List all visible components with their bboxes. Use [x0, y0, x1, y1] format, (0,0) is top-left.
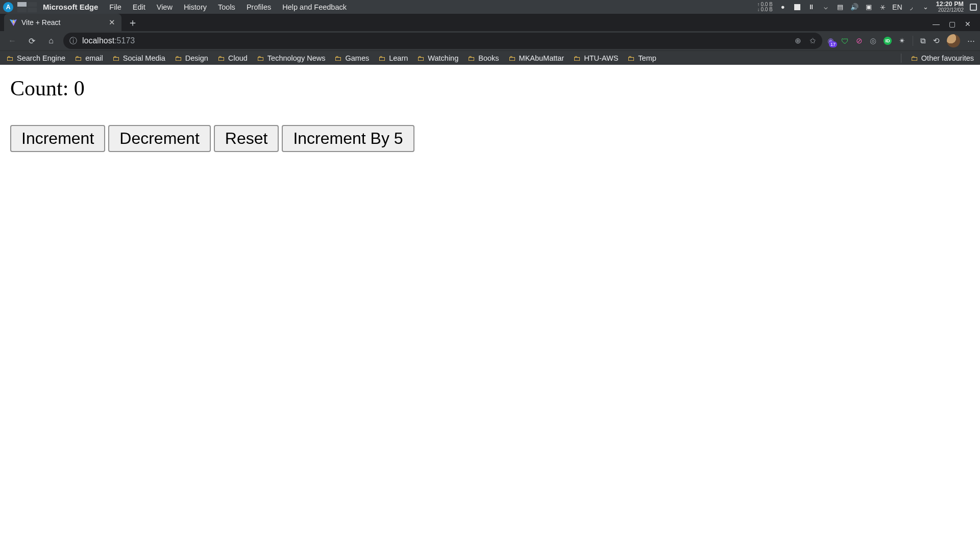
- tab-title: Vite + React: [21, 18, 103, 27]
- window-minimize-button[interactable]: —: [933, 20, 940, 28]
- nav-reload-button[interactable]: ⟳: [24, 34, 39, 48]
- net-down-value: 0.0 B: [757, 7, 772, 12]
- nav-back-button[interactable]: ←: [5, 34, 19, 48]
- bookmark-label: Learn: [389, 54, 408, 62]
- tray-language-indicator[interactable]: EN: [893, 3, 901, 11]
- address-bar[interactable]: ⓘ localhost:5173 ⊕ ✩: [63, 33, 822, 49]
- folder-icon: 🗀: [468, 54, 475, 62]
- bookmark-label: Design: [185, 54, 208, 62]
- bookmarks-bar: 🗀Search Engine 🗀email 🗀Social Media 🗀Des…: [0, 51, 980, 65]
- bookmark-folder-search-engine[interactable]: 🗀Search Engine: [6, 54, 65, 62]
- bookmark-label: MKAbuMattar: [519, 54, 565, 62]
- zoom-icon[interactable]: ⊕: [795, 36, 801, 45]
- sync-icon[interactable]: ⟲: [933, 36, 940, 45]
- bookmark-folder-games[interactable]: 🗀Games: [334, 54, 369, 62]
- tray-wifi-icon[interactable]: ◞: [908, 3, 916, 11]
- net-up-value: 0.0 B: [757, 2, 772, 7]
- increment-button[interactable]: Increment: [10, 125, 105, 152]
- extension-block-icon[interactable]: ⊘: [856, 36, 863, 45]
- bookmark-folder-technology-news[interactable]: 🗀Technology News: [257, 54, 326, 62]
- clock-date: 2022/12/02: [936, 7, 964, 13]
- extension-shield-icon[interactable]: 🛡: [841, 37, 849, 45]
- tray-terminal-icon[interactable]: ⌵: [822, 3, 830, 11]
- bookmark-folder-other-favourites[interactable]: 🗀Other favourites: [911, 54, 974, 62]
- tray-bluetooth-icon[interactable]: ⚹: [879, 3, 887, 11]
- bookmark-label: HTU-AWS: [584, 54, 618, 62]
- bookmark-folder-watching[interactable]: 🗀Watching: [417, 54, 458, 62]
- bookmark-folder-learn[interactable]: 🗀Learn: [378, 54, 408, 62]
- clock-time: 12:20 PM: [936, 1, 964, 7]
- clock[interactable]: 12:20 PM 2022/12/02: [936, 1, 964, 13]
- os-menu-history[interactable]: History: [180, 3, 211, 11]
- bookmark-folder-htu-aws[interactable]: 🗀HTU-AWS: [573, 54, 618, 62]
- extension-camera-icon[interactable]: ◎: [870, 36, 876, 45]
- bookmark-folder-temp[interactable]: 🗀Temp: [627, 54, 656, 62]
- increment-by-5-button[interactable]: Increment By 5: [282, 125, 414, 152]
- os-menu-file[interactable]: File: [105, 3, 125, 11]
- tray-monitor-icon[interactable]: [970, 4, 977, 11]
- tray-square-icon[interactable]: [793, 4, 801, 10]
- bookmark-label: Games: [345, 54, 369, 62]
- bookmark-label: Books: [478, 54, 499, 62]
- tray-clipboard-icon[interactable]: ▤: [836, 3, 844, 11]
- window-maximize-button[interactable]: ▢: [949, 20, 955, 28]
- count-label: Count:: [10, 77, 74, 100]
- folder-icon: 🗀: [627, 54, 634, 62]
- collections-icon[interactable]: ⧉: [920, 36, 926, 45]
- os-menu-edit[interactable]: Edit: [129, 3, 150, 11]
- bookmark-label: Search Engine: [17, 54, 65, 62]
- new-tab-button[interactable]: ＋: [126, 15, 140, 30]
- site-info-icon[interactable]: ⓘ: [69, 36, 77, 46]
- tray-volume-icon[interactable]: 🔊: [850, 3, 859, 11]
- bookmark-label: Other favourites: [921, 54, 974, 62]
- tray-pause-icon[interactable]: ⏸: [807, 3, 816, 11]
- bookmark-label: Watching: [428, 54, 458, 62]
- reset-button[interactable]: Reset: [214, 125, 279, 152]
- bookmark-label: Temp: [638, 54, 656, 62]
- network-speed-indicator: 0.0 B 0.0 B: [757, 2, 772, 12]
- window-close-button[interactable]: ✕: [965, 20, 971, 28]
- button-row: Increment Decrement Reset Increment By 5: [10, 125, 970, 152]
- page-content: Count: 0 Increment Decrement Reset Incre…: [0, 65, 980, 551]
- extensions-area: ◉ 17 🛡 ⊘ ◎ ID ✴ ⧉ ⟲ ⋯: [827, 34, 975, 47]
- folder-icon: 🗀: [257, 54, 264, 62]
- nav-home-button[interactable]: ⌂: [44, 34, 58, 48]
- folder-icon: 🗀: [334, 54, 341, 62]
- tray-dot-icon[interactable]: ●: [779, 3, 787, 11]
- url-host: localhost: [82, 36, 114, 45]
- folder-icon: 🗀: [112, 54, 119, 62]
- os-menu-profiles[interactable]: Profiles: [242, 3, 275, 11]
- vite-favicon-icon: [9, 18, 17, 27]
- count-heading: Count: 0: [10, 76, 970, 101]
- toolbar: ← ⟳ ⌂ ⓘ localhost:5173 ⊕ ✩ ◉ 17 🛡 ⊘ ◎ ID…: [0, 31, 980, 51]
- bookmark-folder-books[interactable]: 🗀Books: [468, 54, 499, 62]
- browser-tab-active[interactable]: Vite + React ✕: [4, 14, 121, 31]
- os-menu-help[interactable]: Help and Feedback: [278, 3, 351, 11]
- bookmark-folder-mkabumattar[interactable]: 🗀MKAbuMattar: [508, 54, 565, 62]
- bookmark-folder-design[interactable]: 🗀Design: [175, 54, 208, 62]
- folder-icon: 🗀: [75, 54, 82, 62]
- browser-menu-button[interactable]: ⋯: [967, 36, 975, 45]
- bookmark-folder-social-media[interactable]: 🗀Social Media: [112, 54, 165, 62]
- extension-id-icon[interactable]: ID: [884, 37, 892, 45]
- workspace-switcher-icon[interactable]: [17, 2, 37, 12]
- bookmarks-separator: [901, 54, 901, 63]
- bookmark-folder-cloud[interactable]: 🗀Cloud: [217, 54, 248, 62]
- extensions-puzzle-icon[interactable]: ✴: [899, 36, 905, 45]
- os-menu-tools[interactable]: Tools: [214, 3, 239, 11]
- folder-icon: 🗀: [508, 54, 516, 62]
- extension-badge-count: 17: [829, 41, 837, 47]
- os-menu-view[interactable]: View: [153, 3, 177, 11]
- tray-chevron-down-icon[interactable]: ⌄: [922, 3, 930, 11]
- decrement-button[interactable]: Decrement: [108, 125, 211, 152]
- arch-logo-icon: A: [3, 2, 13, 12]
- favorite-star-icon[interactable]: ✩: [810, 36, 816, 45]
- extension-react-devtools[interactable]: ◉ 17: [827, 36, 834, 45]
- tab-close-button[interactable]: ✕: [107, 18, 116, 27]
- bookmark-label: email: [85, 54, 103, 62]
- profile-avatar[interactable]: [947, 34, 960, 47]
- bookmark-folder-email[interactable]: 🗀email: [75, 54, 103, 62]
- browser-window: Vite + React ✕ ＋ — ▢ ✕ ← ⟳ ⌂ ⓘ localhost…: [0, 14, 980, 65]
- folder-icon: 🗀: [175, 54, 182, 62]
- tray-battery-icon[interactable]: ▣: [865, 3, 873, 11]
